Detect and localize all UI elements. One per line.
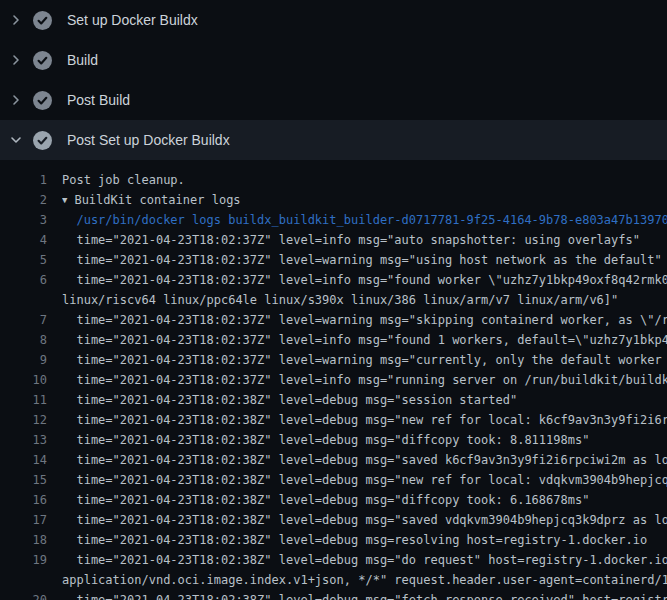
log-line-wrap-continuation: application/vnd.oci.image.index.v1+json,… — [0, 570, 667, 590]
log-line-number[interactable]: 7 — [0, 310, 47, 330]
log-line: 16 time="2021-04-23T18:02:38Z" level=deb… — [0, 490, 667, 510]
log-line-text: application/vnd.oci.image.index.v1+json,… — [62, 570, 667, 590]
group-toggle-triangle-icon[interactable]: ▼ — [62, 190, 67, 210]
log-line: 8 time="2021-04-23T18:02:37Z" level=info… — [0, 330, 667, 350]
log-line-text: time="2021-04-23T18:02:38Z" level=debug … — [62, 430, 667, 450]
log-line-text: linux/riscv64 linux/ppc64le linux/s390x … — [62, 290, 667, 310]
log-line-number[interactable]: 12 — [0, 410, 47, 430]
step-row-build[interactable]: Build — [0, 40, 667, 80]
log-panel: 1 Post job cleanup. 2 ▼BuildKit containe… — [0, 160, 667, 600]
log-line-number[interactable]: 17 — [0, 510, 47, 530]
log-line-text: time="2021-04-23T18:02:37Z" level=info m… — [62, 230, 667, 250]
log-line-number[interactable]: 6 — [0, 270, 47, 290]
log-line-number[interactable]: 13 — [0, 430, 47, 450]
log-line-text: time="2021-04-23T18:02:37Z" level=warnin… — [62, 250, 667, 270]
log-line-number — [0, 290, 47, 310]
step-row-set-up-docker-buildx[interactable]: Set up Docker Buildx — [0, 0, 667, 40]
step-label: Post Set up Docker Buildx — [67, 132, 230, 148]
log-line: 5 time="2021-04-23T18:02:37Z" level=warn… — [0, 250, 667, 270]
log-line-text: time="2021-04-23T18:02:38Z" level=debug … — [62, 490, 667, 510]
log-line-number[interactable]: 16 — [0, 490, 47, 510]
log-line-text: time="2021-04-23T18:02:38Z" level=debug … — [62, 510, 667, 530]
chevron-right-icon — [8, 52, 24, 68]
log-line-text: time="2021-04-23T18:02:38Z" level=debug … — [62, 470, 667, 490]
log-line-text: time="2021-04-23T18:02:38Z" level=debug … — [62, 410, 667, 430]
log-line-number[interactable]: 1 — [0, 170, 47, 190]
log-line: 12 time="2021-04-23T18:02:38Z" level=deb… — [0, 410, 667, 430]
step-list: Set up Docker Buildx Build Post Build Po… — [0, 0, 667, 160]
log-line: 14 time="2021-04-23T18:02:38Z" level=deb… — [0, 450, 667, 470]
log-line: 13 time="2021-04-23T18:02:38Z" level=deb… — [0, 430, 667, 450]
log-line-number[interactable]: 18 — [0, 530, 47, 550]
log-line: 6 time="2021-04-23T18:02:37Z" level=info… — [0, 270, 667, 290]
log-line-text: time="2021-04-23T18:02:37Z" level=warnin… — [62, 310, 667, 330]
log-line-text: time="2021-04-23T18:02:38Z" level=debug … — [62, 450, 667, 470]
log-line-number — [0, 570, 47, 590]
chevron-right-icon — [8, 12, 24, 28]
log-line-group-header: 2 ▼BuildKit container logs — [0, 190, 667, 210]
check-circle-icon — [33, 11, 52, 30]
step-row-post-set-up-docker-buildx[interactable]: Post Set up Docker Buildx — [0, 120, 667, 160]
log-line: 4 time="2021-04-23T18:02:37Z" level=info… — [0, 230, 667, 250]
check-circle-icon — [33, 51, 52, 70]
check-circle-icon — [33, 91, 52, 110]
log-line-text: time="2021-04-23T18:02:38Z" level=debug … — [62, 590, 667, 600]
log-line: 17 time="2021-04-23T18:02:38Z" level=deb… — [0, 510, 667, 530]
chevron-right-icon — [8, 92, 24, 108]
log-line: 9 time="2021-04-23T18:02:37Z" level=warn… — [0, 350, 667, 370]
log-line: 11 time="2021-04-23T18:02:38Z" level=deb… — [0, 390, 667, 410]
log-line-number[interactable]: 19 — [0, 550, 47, 570]
log-line-number[interactable]: 4 — [0, 230, 47, 250]
log-line-number[interactable]: 3 — [0, 210, 47, 230]
log-line-text: time="2021-04-23T18:02:38Z" level=debug … — [62, 550, 667, 570]
log-line: 15 time="2021-04-23T18:02:38Z" level=deb… — [0, 470, 667, 490]
log-line-number[interactable]: 8 — [0, 330, 47, 350]
log-line-wrap-continuation: linux/riscv64 linux/ppc64le linux/s390x … — [0, 290, 667, 310]
log-line-text: time="2021-04-23T18:02:37Z" level=info m… — [62, 270, 667, 290]
log-line-text: Post job cleanup. — [62, 170, 667, 190]
check-circle-icon — [33, 131, 52, 150]
log-line: 20 time="2021-04-23T18:02:38Z" level=deb… — [0, 590, 667, 600]
log-line-command: 3 /usr/bin/docker logs buildx_buildkit_b… — [0, 210, 667, 230]
log-line-text: time="2021-04-23T18:02:37Z" level=info m… — [62, 330, 667, 350]
log-line-number[interactable]: 11 — [0, 390, 47, 410]
log-line: 10 time="2021-04-23T18:02:37Z" level=inf… — [0, 370, 667, 390]
step-label: Set up Docker Buildx — [67, 12, 198, 28]
log-line: 18 time="2021-04-23T18:02:38Z" level=deb… — [0, 530, 667, 550]
log-command-text: /usr/bin/docker logs buildx_buildkit_bui… — [62, 210, 667, 230]
log-line-text: time="2021-04-23T18:02:37Z" level=info m… — [62, 370, 667, 390]
log-line-text: time="2021-04-23T18:02:38Z" level=debug … — [62, 530, 667, 550]
log-line: 19 time="2021-04-23T18:02:38Z" level=deb… — [0, 550, 667, 570]
log-group-title: BuildKit container logs — [74, 193, 240, 207]
log-line-number[interactable]: 20 — [0, 590, 47, 600]
log-line-number[interactable]: 15 — [0, 470, 47, 490]
log-line-number[interactable]: 9 — [0, 350, 47, 370]
log-line: 7 time="2021-04-23T18:02:37Z" level=warn… — [0, 310, 667, 330]
step-row-post-build[interactable]: Post Build — [0, 80, 667, 120]
log-line-text: time="2021-04-23T18:02:37Z" level=warnin… — [62, 350, 667, 370]
log-line-number[interactable]: 2 — [0, 190, 47, 210]
step-label: Post Build — [67, 92, 130, 108]
step-label: Build — [67, 52, 98, 68]
chevron-down-icon — [8, 132, 24, 148]
log-line-number[interactable]: 10 — [0, 370, 47, 390]
log-line-number[interactable]: 14 — [0, 450, 47, 470]
log-line-text: ▼BuildKit container logs — [62, 190, 667, 210]
log-line: 1 Post job cleanup. — [0, 170, 667, 190]
log-line-number[interactable]: 5 — [0, 250, 47, 270]
log-line-text: time="2021-04-23T18:02:38Z" level=debug … — [62, 390, 667, 410]
